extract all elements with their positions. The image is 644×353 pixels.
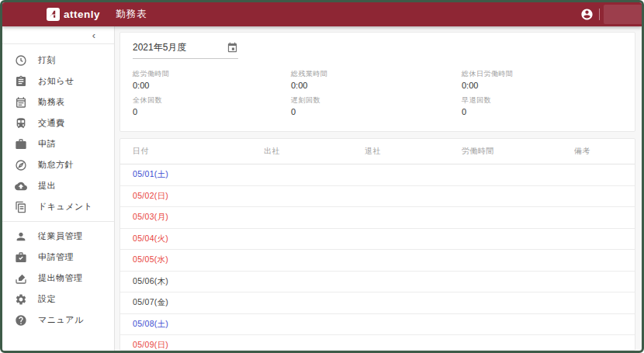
page-title: 勤務表 (116, 8, 147, 21)
date-cell: 05/06(木) (133, 276, 264, 287)
top-app-bar: attenly 勤務表 (2, 2, 642, 26)
table-header-row: 日付 出社 退社 労働時間 備考 (120, 139, 635, 164)
sidebar-item-oshirase[interactable]: お知らせ (2, 71, 114, 92)
table-row[interactable]: 05/06(木) (120, 272, 635, 293)
stat-value: 0:00 (133, 81, 291, 90)
sidebar-item-label: 提出 (38, 180, 56, 192)
sidebar-item-label: 設定 (38, 293, 56, 305)
gear-icon (15, 293, 27, 306)
clipboard-icon (15, 75, 27, 88)
topbar-divider (599, 9, 600, 20)
table-row[interactable]: 05/02(日) (120, 186, 635, 208)
stat-value: 0:00 (291, 81, 462, 90)
stat-col-2: 総残業時間 0:00 遅刻回数 0 (291, 69, 462, 122)
sidebar-item-label: 勤怠方針 (38, 159, 74, 171)
column-header-clock-out: 退社 (365, 146, 462, 157)
help-icon (15, 314, 27, 327)
sidebar-item-document[interactable]: ドキュメント (2, 196, 114, 217)
date-cell: 05/04(火) (133, 234, 264, 244)
sidebar-item-label: 打刻 (38, 54, 56, 66)
sidebar-item-kotsuhi[interactable]: 交通費 (2, 112, 114, 133)
table-row[interactable]: 05/05(水) (120, 250, 635, 272)
cloud-upload-icon (15, 180, 27, 192)
sidebar-item-label: 申請管理 (38, 251, 74, 263)
attenly-logo-icon (47, 8, 60, 21)
stat-value: 0 (291, 107, 462, 116)
column-header-note: 備考 (574, 146, 622, 157)
person-icon (15, 230, 27, 243)
compass-icon (15, 159, 27, 171)
sidebar-item-label: 提出物管理 (38, 272, 83, 284)
month-picker-field[interactable]: 2021年5月度 (133, 41, 238, 59)
month-picker-value: 2021年5月度 (133, 41, 186, 54)
briefcase-check-icon (15, 251, 27, 264)
app-window: attenly 勤務表 ‹ 打刻 (0, 0, 644, 353)
stat-label: 早退回数 (462, 95, 622, 106)
column-header-date: 日付 (133, 146, 264, 157)
stat-label: 全休回数 (133, 95, 291, 106)
sidebar-item-shinsei-kanri[interactable]: 申請管理 (2, 247, 114, 268)
user-name-chip (604, 5, 642, 24)
attenly-logo-text: attenly (64, 9, 100, 20)
sidebar-item-kintai-hoshin[interactable]: 勤怠方針 (2, 154, 114, 175)
sidebar-item-dakoku[interactable]: 打刻 (2, 50, 114, 71)
user-menu[interactable] (580, 2, 642, 26)
summary-stats: 総労働時間 0:00 全休回数 0 総残業時間 0:00 遅刻回数 0 総休日労… (133, 69, 622, 122)
sidebar-item-label: 勤務表 (38, 96, 65, 108)
sidebar-item-teishutsubutsu-kanri[interactable]: 提出物管理 (2, 268, 114, 289)
inbox-edit-icon (15, 272, 27, 285)
sidebar-collapse-button[interactable]: ‹ (2, 26, 114, 44)
stat-col-1: 総労働時間 0:00 全休回数 0 (133, 69, 291, 122)
sidebar-item-label: お知らせ (38, 75, 74, 87)
date-cell: 05/09(日) (133, 340, 264, 351)
table-row[interactable]: 05/04(火) (120, 229, 635, 251)
sidebar-nav: ‹ 打刻 お知らせ (2, 26, 115, 351)
column-header-work-time: 労働時間 (462, 146, 574, 157)
stat-value: 0 (462, 107, 622, 116)
sidebar-item-label: ドキュメント (38, 201, 93, 213)
table-row[interactable]: 05/03(月) (120, 207, 635, 229)
documents-icon (15, 201, 27, 213)
attenly-logo[interactable]: attenly (47, 8, 100, 21)
clock-icon (15, 54, 27, 67)
date-cell: 05/07(金) (133, 297, 264, 308)
chevron-left-icon: ‹ (92, 29, 95, 41)
date-cell: 05/01(土) (133, 169, 264, 180)
calendar-icon (15, 96, 27, 109)
date-cell: 05/08(土) (133, 319, 264, 330)
sidebar-item-manual[interactable]: マニュアル (2, 310, 114, 331)
table-row[interactable]: 05/08(土) (120, 314, 635, 336)
main-content: 2021年5月度 総労働時間 0:00 全休回数 0 総残業時間 0:00 (115, 26, 642, 351)
date-cell: 05/03(月) (133, 212, 264, 223)
stat-value: 0:00 (462, 81, 622, 90)
stat-col-3: 総休日労働時間 0:00 早退回数 0 (462, 69, 622, 122)
monthly-summary-card: 2021年5月度 総労働時間 0:00 全休回数 0 総残業時間 0:00 (119, 32, 635, 132)
table-row[interactable]: 05/01(土) (120, 164, 635, 186)
timesheet-table: 日付 出社 退社 労働時間 備考 05/01(土) 05/02(日) (119, 138, 635, 351)
sidebar-item-kinmuhyo[interactable]: 勤務表 (2, 92, 114, 112)
stat-label: 総労働時間 (133, 69, 291, 79)
sidebar-item-jugyoin-kanri[interactable]: 従業員管理 (2, 226, 114, 247)
stat-label: 遅刻回数 (291, 95, 462, 106)
date-cell: 05/05(水) (133, 254, 264, 265)
column-header-clock-in: 出社 (264, 146, 365, 157)
sidebar-item-label: マニュアル (38, 314, 84, 326)
date-cell: 05/02(日) (133, 191, 264, 202)
train-icon (15, 117, 27, 130)
calendar-picker-icon[interactable] (227, 42, 238, 54)
table-row[interactable]: 05/09(日) (120, 335, 635, 351)
table-row[interactable]: 05/07(金) (120, 292, 635, 314)
sidebar-divider (2, 221, 114, 222)
briefcase-icon (15, 138, 27, 151)
stat-label: 総残業時間 (291, 69, 462, 79)
account-circle-icon (580, 8, 594, 21)
sidebar-item-label: 交通費 (38, 117, 65, 129)
stat-label: 総休日労働時間 (462, 69, 622, 79)
sidebar-item-label: 申請 (38, 138, 56, 150)
sidebar-item-shinsei[interactable]: 申請 (2, 133, 114, 154)
stat-value: 0 (133, 107, 291, 116)
sidebar-item-label: 従業員管理 (38, 230, 83, 242)
sidebar-item-teishutsu[interactable]: 提出 (2, 175, 114, 196)
sidebar-item-settei[interactable]: 設定 (2, 289, 114, 310)
